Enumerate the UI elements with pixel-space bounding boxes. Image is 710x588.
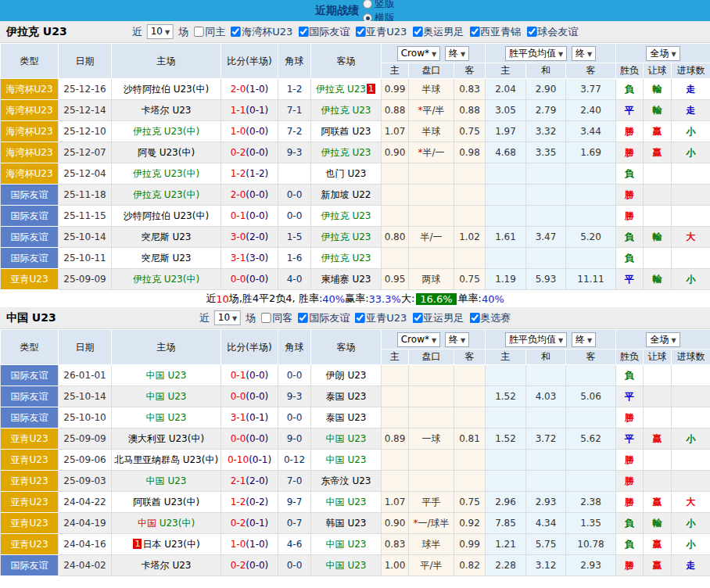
away-team[interactable]: 也门 U23 — [311, 163, 382, 185]
checkbox-input[interactable] — [231, 27, 241, 37]
avg-odds-select[interactable]: 胜平负均值▼ — [505, 46, 567, 61]
home-team[interactable]: 沙特阿拉伯 U23(中) — [112, 79, 221, 100]
competition-badge[interactable]: 亚青U23 — [1, 471, 59, 492]
checkbox-input[interactable] — [298, 27, 308, 37]
filter-checkbox-亚青U23[interactable]: 亚青U23 — [352, 311, 407, 325]
home-team[interactable]: 伊拉克 U23(中) — [112, 185, 221, 206]
away-team[interactable]: 东帝汶 U23 — [311, 471, 382, 492]
filter-checkbox-西亚青锦[interactable]: 西亚青锦 — [466, 25, 521, 39]
home-team[interactable]: 1日本 U23(中) — [112, 534, 221, 555]
filter-checkbox-亚运男足[interactable]: 亚运男足 — [409, 311, 464, 325]
away-team[interactable]: 柬埔寨 U23 — [311, 269, 382, 290]
competition-badge[interactable]: 海湾杯U23 — [1, 121, 59, 142]
competition-badge[interactable]: 亚青U23 — [1, 534, 59, 555]
away-team[interactable]: 伊拉克 U231 — [311, 79, 382, 100]
away-team[interactable]: 泰国 U23 — [311, 386, 382, 407]
competition-badge[interactable]: 海湾杯U23 — [1, 142, 59, 163]
away-team[interactable]: 新加坡 U22 — [311, 185, 382, 206]
match-count-select[interactable]: 10▼ — [147, 24, 174, 39]
avg-stage-select[interactable]: 终▼ — [572, 46, 596, 61]
competition-badge[interactable]: 国际友谊 — [1, 386, 59, 407]
filter-checkbox-球会友谊[interactable]: 球会友谊 — [523, 25, 578, 39]
competition-badge[interactable]: 亚青U23 — [1, 428, 59, 450]
checkbox-input[interactable] — [355, 27, 365, 37]
away-team[interactable]: 阿联酋 U23 — [311, 121, 382, 142]
competition-badge[interactable]: 国际友谊 — [1, 206, 59, 227]
away-team[interactable]: 中国 U23 — [311, 428, 382, 450]
competition-badge[interactable]: 亚青U23 — [1, 513, 59, 534]
filter-checkbox-奥选赛[interactable]: 奥选赛 — [466, 311, 511, 325]
checkbox-input[interactable] — [298, 313, 308, 323]
home-team[interactable]: 突尼斯 U23 — [112, 227, 221, 248]
result-outcome: 勝 — [616, 471, 644, 492]
checkbox-input[interactable] — [412, 313, 422, 323]
away-team[interactable]: 伊拉克 U23 — [311, 248, 382, 269]
filter-checkbox-国际友谊[interactable]: 国际友谊 — [295, 311, 350, 325]
away-team[interactable]: 伊拉克 U23 — [311, 227, 382, 248]
competition-badge[interactable]: 国际友谊 — [1, 555, 59, 576]
odds-company-select[interactable]: Crow*▼ — [397, 46, 440, 61]
home-team[interactable]: 阿曼 U23(中) — [112, 142, 221, 163]
home-team[interactable]: 伊拉克 U23(中) — [112, 269, 221, 290]
avg-odds-select[interactable]: 胜平负均值▼ — [505, 332, 567, 347]
filter-checkbox-同客[interactable]: 同客 — [258, 311, 292, 325]
odds-stage-select[interactable]: 终▼ — [445, 332, 469, 347]
home-team[interactable]: 卡塔尔 U23 — [112, 100, 221, 121]
competition-badge[interactable]: 亚青U23 — [1, 269, 59, 290]
competition-badge[interactable]: 海湾杯U23 — [1, 79, 59, 100]
filter-checkbox-海湾杯U23[interactable]: 海湾杯U23 — [228, 25, 292, 39]
home-team[interactable]: 突尼斯 U23 — [112, 248, 221, 269]
home-team[interactable]: 中国 U23 — [112, 407, 221, 428]
layout-radio-vertical[interactable]: 竖版 — [363, 0, 395, 11]
away-team[interactable]: 伊朗 U23 — [311, 365, 382, 386]
filter-checkbox-亚青U23[interactable]: 亚青U23 — [352, 25, 407, 39]
scope-select[interactable]: 全场▼ — [646, 46, 680, 61]
filter-checkbox-同主[interactable]: 同主 — [191, 25, 225, 39]
match-count-select[interactable]: 10▼ — [214, 310, 241, 325]
competition-badge[interactable]: 海湾杯U23 — [1, 100, 59, 121]
away-team[interactable]: 中国 U23 — [311, 555, 382, 576]
checkbox-input[interactable] — [355, 313, 365, 323]
away-team[interactable]: 中国 U23 — [311, 450, 382, 471]
avg-stage-select[interactable]: 终▼ — [572, 332, 596, 347]
away-team[interactable]: 韩国 U23 — [311, 513, 382, 534]
radio-icon[interactable] — [363, 0, 372, 9]
competition-badge[interactable]: 亚青U23 — [1, 450, 59, 471]
away-team[interactable]: 伊拉克 U23 — [311, 100, 382, 121]
checkbox-input[interactable] — [469, 27, 479, 37]
competition-badge[interactable]: 国际友谊 — [1, 227, 59, 248]
home-team[interactable]: 中国 U23 — [112, 471, 221, 492]
home-team[interactable]: 中国 U23 — [112, 386, 221, 407]
checkbox-input[interactable] — [526, 27, 536, 37]
home-team[interactable]: 澳大利亚 U23(中) — [112, 428, 221, 450]
competition-badge[interactable]: 国际友谊 — [1, 248, 59, 269]
home-team[interactable]: 伊拉克 U23(中) — [112, 163, 221, 185]
home-team[interactable]: 中国 U23 — [112, 365, 221, 386]
competition-badge[interactable]: 亚青U23 — [1, 492, 59, 513]
odds-stage-select[interactable]: 终▼ — [445, 46, 469, 61]
away-team[interactable]: 泰国 U23 — [311, 407, 382, 428]
scope-select[interactable]: 全场▼ — [646, 332, 680, 347]
filter-checkbox-奥运男足[interactable]: 奥运男足 — [409, 25, 464, 39]
home-team[interactable]: 沙特阿拉伯 U23(中) — [112, 206, 221, 227]
odds-company-select[interactable]: Crow*▼ — [397, 332, 440, 347]
checkbox-input[interactable] — [412, 27, 422, 37]
home-team[interactable]: 卡塔尔 U23 — [112, 555, 221, 576]
home-team[interactable]: 伊拉克 U23(中) — [112, 121, 221, 142]
competition-badge[interactable]: 海湾杯U23 — [1, 163, 59, 185]
checkbox-input[interactable] — [469, 313, 479, 323]
home-team[interactable]: 北马里亚纳群岛 U23(中) — [112, 450, 221, 471]
home-team[interactable]: 阿联酋 U23(中) — [112, 492, 221, 513]
competition-badge[interactable]: 国际友谊 — [1, 185, 59, 206]
away-team[interactable]: 伊拉克 U23 — [311, 206, 382, 227]
competition-badge[interactable]: 国际友谊 — [1, 365, 59, 386]
away-team[interactable]: 中国 U23 — [311, 534, 382, 555]
checkbox-input[interactable] — [261, 313, 271, 323]
filter-checkbox-国际友谊[interactable]: 国际友谊 — [295, 25, 350, 39]
handicap-line: 两球 — [409, 269, 454, 290]
home-team[interactable]: 中国 U23(中) — [112, 513, 221, 534]
competition-badge[interactable]: 国际友谊 — [1, 407, 59, 428]
checkbox-input[interactable] — [194, 27, 204, 37]
away-team[interactable]: 伊拉克 U23 — [311, 142, 382, 163]
away-team[interactable]: 中国 U23 — [311, 492, 382, 513]
